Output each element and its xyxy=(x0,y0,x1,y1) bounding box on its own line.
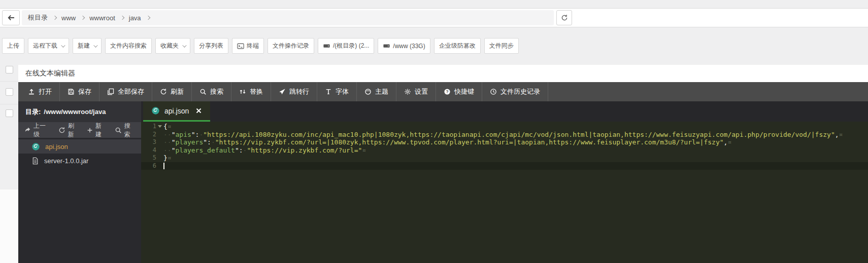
file-content-search-button[interactable]: 文件内容搜索 xyxy=(105,38,152,54)
file-item[interactable]: api.json xyxy=(18,139,141,154)
file-operation-log-button[interactable]: 文件操作记录 xyxy=(268,38,314,54)
breadcrumb-refresh-button[interactable] xyxy=(556,10,572,25)
hotkeys-button[interactable]: ? 快捷键 xyxy=(436,82,482,101)
theme-icon xyxy=(364,88,372,95)
up-level-button[interactable]: 上一级 xyxy=(24,122,50,139)
code-token: players xyxy=(175,138,203,146)
button-label: 刷新 xyxy=(171,87,184,96)
caret-down-icon xyxy=(93,43,97,47)
tab-api-json[interactable]: api.json xyxy=(143,101,210,122)
button-label: 新建 xyxy=(78,42,90,50)
line-number: 6 xyxy=(153,162,156,169)
row-checkbox[interactable] xyxy=(6,66,13,73)
code-line: 4 ··"players_default":·"https://vip.zykb… xyxy=(141,146,868,155)
doc-file-icon xyxy=(31,157,39,165)
disk-root-button[interactable]: /(根目录) (2... xyxy=(318,38,374,54)
code-token: ¤ xyxy=(727,138,731,146)
button-label: 上一级 xyxy=(34,122,50,139)
file-history-button[interactable]: 文件历史记录 xyxy=(482,82,548,101)
save-all-button[interactable]: 全部保存 xyxy=(99,82,152,101)
button-label: 字体 xyxy=(336,87,349,96)
code-token: ": xyxy=(235,146,243,154)
code-line: 2 ··"apis":·"https://api.1080zyku.com/in… xyxy=(141,131,868,139)
line-number: 2 xyxy=(153,131,156,138)
code-token: ¤ xyxy=(168,123,172,130)
disk-icon xyxy=(323,42,330,50)
help-icon: ? xyxy=(444,88,451,95)
button-label: 企业级防篡改 xyxy=(439,42,476,50)
editor-body: 目录: /www/wwwroot/java 上一级 刷新 xyxy=(18,101,868,263)
button-label: 设置 xyxy=(415,87,428,96)
file-item[interactable]: server-1.0.0.jar xyxy=(18,154,141,168)
favorites-button[interactable]: 收藏夹 xyxy=(155,38,190,54)
font-button[interactable]: 字体 xyxy=(317,82,357,101)
code-token: } xyxy=(163,154,168,162)
goto-line-button[interactable]: 跳转行 xyxy=(271,82,317,101)
disk-www-button[interactable]: /www (33G) xyxy=(378,38,430,54)
editor-toolbar: 打开 保存 全部保存 刷新 搜索 xyxy=(18,82,868,101)
editor-column: api.json 1 {¤ 2 ··"apis":·"https xyxy=(141,101,868,263)
breadcrumb-item[interactable]: java xyxy=(129,14,141,22)
back-button[interactable] xyxy=(2,10,20,25)
chevron-right-icon xyxy=(53,16,57,20)
theme-button[interactable]: 主题 xyxy=(357,82,396,101)
code-token: ·· xyxy=(163,138,172,146)
row-divider xyxy=(0,104,18,104)
editor-search-button[interactable]: 搜索 xyxy=(192,82,231,101)
close-icon[interactable] xyxy=(195,107,202,114)
plus-icon xyxy=(87,127,93,133)
button-label: 打开 xyxy=(39,87,52,96)
editor-refresh-button[interactable]: 刷新 xyxy=(152,82,192,101)
code-token: ": xyxy=(191,131,199,138)
online-text-editor-panel: 在线文本编辑器 打开 保存 全部保存 xyxy=(18,65,868,263)
refresh-icon xyxy=(561,14,568,21)
sidebar-refresh-button[interactable]: 刷新 xyxy=(58,122,79,139)
file-sync-button[interactable]: 文件同步 xyxy=(484,38,519,54)
upload-button[interactable]: 上传 xyxy=(2,38,24,54)
button-label: 分享列表 xyxy=(199,42,223,50)
fold-caret-icon[interactable] xyxy=(158,125,162,128)
row-divider xyxy=(0,81,18,82)
new-button[interactable]: 新建 xyxy=(73,38,102,54)
save-icon xyxy=(68,88,75,95)
line-number: 5 xyxy=(153,154,156,161)
sidebar-new-button[interactable]: 新建 xyxy=(87,122,107,139)
tab-label: api.json xyxy=(164,107,189,115)
code-editor[interactable]: 1 {¤ 2 ··"apis":·"https://api.1080zyku.c… xyxy=(141,122,868,263)
chevron-right-icon xyxy=(146,16,150,20)
share-list-button[interactable]: 分享列表 xyxy=(194,38,228,54)
settings-button[interactable]: 设置 xyxy=(396,82,436,101)
sidebar-search-button[interactable]: 搜索 xyxy=(115,122,135,139)
chevron-right-icon xyxy=(120,16,124,20)
code-line-text: ··"players_default":·"https://vip.zykbf.… xyxy=(163,146,868,155)
row-checkbox[interactable] xyxy=(6,88,13,96)
open-icon xyxy=(28,88,35,95)
code-token: ¤ xyxy=(839,131,843,138)
code-token: · xyxy=(211,138,215,146)
open-button[interactable]: 打开 xyxy=(20,82,60,101)
button-label: 跳转行 xyxy=(289,87,309,96)
code-line-text: ··"players":·"https://vip.zykbf.com/?url… xyxy=(163,138,868,146)
code-line: 1 {¤ xyxy=(141,123,868,131)
code-line: 6 xyxy=(141,162,868,170)
goto-icon xyxy=(279,88,286,95)
settings-icon xyxy=(404,88,411,95)
file-list: api.json server-1.0.0.jar xyxy=(18,138,141,263)
replace-button[interactable]: 替换 xyxy=(231,82,271,101)
remote-download-button[interactable]: 远程下载 xyxy=(28,38,69,54)
breadcrumb-item[interactable]: www xyxy=(61,14,76,22)
line-number-gutter: 3 xyxy=(141,138,163,146)
code-line-text xyxy=(163,162,868,170)
code-token: ·· xyxy=(163,146,172,154)
code-token: "https://vip.zykbf.com/?url=" xyxy=(247,146,362,154)
tamper-proof-button[interactable]: 企业级防篡改 xyxy=(434,38,481,54)
save-button[interactable]: 保存 xyxy=(60,82,99,101)
row-checkbox[interactable] xyxy=(6,109,13,117)
terminal-button[interactable]: 终端 xyxy=(232,38,264,54)
button-label: 搜索 xyxy=(210,87,223,96)
breadcrumb-item[interactable]: 根目录 xyxy=(28,13,48,22)
breadcrumb-item[interactable]: wwwroot xyxy=(89,14,115,22)
code-token: ¤ xyxy=(362,146,366,154)
directory-label: 目录: xyxy=(25,107,41,117)
code-line-text: }¤ xyxy=(163,154,868,162)
